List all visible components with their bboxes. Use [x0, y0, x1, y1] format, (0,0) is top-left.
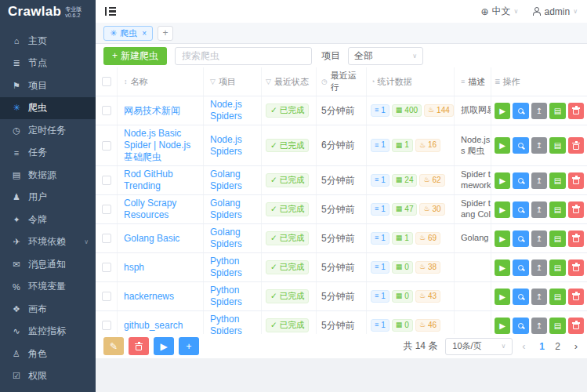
- run-spider-button[interactable]: ▶: [495, 260, 510, 276]
- upload-spider-button[interactable]: ↥: [531, 172, 547, 189]
- sidebar-item-projects[interactable]: ⚑ 项目: [0, 74, 96, 97]
- run-spider-button[interactable]: ▶: [495, 201, 510, 218]
- delete-spider-button[interactable]: [568, 172, 584, 189]
- search-input[interactable]: [175, 47, 312, 65]
- upload-spider-button[interactable]: ↥: [531, 289, 547, 305]
- run-spider-button[interactable]: ▶: [495, 230, 510, 247]
- delete-spider-button[interactable]: [568, 230, 584, 247]
- view-spider-button[interactable]: [513, 289, 528, 305]
- project-link[interactable]: Golang Spiders: [210, 169, 255, 192]
- row-checkbox[interactable]: [102, 106, 111, 115]
- row-checkbox[interactable]: [102, 205, 111, 214]
- view-data-button[interactable]: ▤: [549, 137, 565, 154]
- spider-name-link[interactable]: Rod GitHub Trending: [124, 169, 197, 192]
- spider-name-link[interactable]: hsph: [124, 262, 144, 274]
- column-header-project[interactable]: ▽ 项目: [204, 67, 262, 96]
- delete-spider-button[interactable]: [568, 201, 584, 218]
- sidebar-item-nodes[interactable]: ≣ 节点: [0, 53, 96, 75]
- project-link[interactable]: Python Spiders: [210, 314, 255, 334]
- project-link[interactable]: Python Spiders: [210, 256, 255, 279]
- prev-page-button[interactable]: ‹: [520, 340, 527, 352]
- column-header-stats[interactable]: ◔ 统计数据: [367, 67, 455, 96]
- column-header-check[interactable]: [96, 67, 118, 96]
- new-spider-button[interactable]: + 新建爬虫: [103, 47, 167, 65]
- page-button-1[interactable]: 1: [535, 341, 549, 352]
- row-checkbox[interactable]: [102, 321, 111, 330]
- sidebar-item-schedules[interactable]: ◷ 定时任务: [0, 119, 96, 142]
- sidebar-item-tasks[interactable]: ≡ 任务: [0, 142, 96, 165]
- sidebar-item-spiders[interactable]: ✳ 爬虫: [0, 97, 96, 120]
- view-data-button[interactable]: ▤: [549, 103, 565, 119]
- view-data-button[interactable]: ▤: [549, 289, 565, 305]
- add-tab-button[interactable]: +: [158, 26, 173, 41]
- delete-spider-button[interactable]: [568, 318, 584, 334]
- create-batch-button[interactable]: +: [179, 337, 199, 355]
- row-checkbox[interactable]: [102, 176, 111, 185]
- language-selector[interactable]: ⊕ 中文 ∨: [481, 5, 519, 18]
- sidebar-collapse-icon[interactable]: [105, 7, 116, 16]
- column-header-desc[interactable]: ≡ 描述: [455, 67, 491, 96]
- view-spider-button[interactable]: [513, 172, 528, 189]
- run-spider-button[interactable]: ▶: [495, 318, 510, 334]
- column-header-name[interactable]: ↕ 名称: [118, 67, 204, 96]
- row-checkbox[interactable]: [102, 263, 111, 272]
- sidebar-item-canvas[interactable]: ❖ 画布: [0, 298, 96, 321]
- run-spider-button[interactable]: ▶: [495, 172, 510, 189]
- sidebar-item-tokens[interactable]: ✦ 令牌: [0, 209, 96, 231]
- tab-spiders[interactable]: ✳ 爬虫 ×: [103, 26, 153, 41]
- delete-spider-button[interactable]: [568, 289, 584, 305]
- project-link[interactable]: Node.js Spiders: [210, 134, 255, 158]
- sidebar-item-permissions[interactable]: ☑ 权限: [0, 365, 96, 388]
- view-data-button[interactable]: ▤: [549, 201, 565, 218]
- project-filter-select[interactable]: 全部 ∨: [348, 47, 423, 65]
- view-data-button[interactable]: ▤: [549, 260, 565, 276]
- spider-name-link[interactable]: Colly Scrapy Resources: [124, 198, 197, 221]
- next-page-button[interactable]: ›: [573, 340, 579, 352]
- select-all-checkbox[interactable]: [102, 77, 111, 86]
- user-menu[interactable]: admin ∨: [532, 6, 578, 17]
- view-spider-button[interactable]: [513, 137, 528, 154]
- view-data-button[interactable]: ▤: [549, 230, 565, 247]
- upload-spider-button[interactable]: ↥: [531, 318, 547, 334]
- row-checkbox[interactable]: [102, 234, 111, 243]
- upload-spider-button[interactable]: ↥: [531, 137, 547, 154]
- project-link[interactable]: Node.js Spiders: [210, 99, 255, 122]
- sidebar-item-users[interactable]: ♟ 用户: [0, 187, 96, 209]
- spider-name-link[interactable]: Golang Basic: [124, 233, 179, 245]
- run-spider-button[interactable]: ▶: [495, 289, 510, 305]
- sidebar-item-home[interactable]: ⌂ 主页: [0, 30, 96, 53]
- upload-spider-button[interactable]: ↥: [531, 230, 547, 247]
- view-spider-button[interactable]: [513, 260, 528, 276]
- spider-name-link[interactable]: Node.js Basic Spider | Node.js 基础爬虫: [124, 128, 197, 163]
- run-spider-button[interactable]: ▶: [495, 137, 510, 154]
- project-link[interactable]: Golang Spiders: [210, 198, 255, 221]
- row-checkbox[interactable]: [102, 141, 111, 151]
- project-link[interactable]: Python Spiders: [210, 285, 255, 308]
- sidebar-item-notifications[interactable]: ✉ 消息通知: [0, 253, 96, 276]
- view-spider-button[interactable]: [513, 201, 528, 218]
- upload-spider-button[interactable]: ↥: [531, 260, 547, 276]
- row-checkbox[interactable]: [102, 292, 111, 301]
- edit-batch-button[interactable]: ✎: [103, 337, 124, 355]
- view-data-button[interactable]: ▤: [549, 172, 565, 189]
- column-header-actions[interactable]: ≣ 操作: [491, 67, 587, 96]
- delete-spider-button[interactable]: [568, 260, 584, 276]
- sidebar-item-dependencies[interactable]: ✈ 环境依赖 ∨: [0, 231, 96, 254]
- delete-spider-button[interactable]: [568, 137, 584, 154]
- delete-batch-button[interactable]: [129, 337, 149, 355]
- run-batch-button[interactable]: ▶: [154, 337, 174, 355]
- page-size-select[interactable]: 10条/页 ∨: [445, 338, 513, 355]
- sidebar-item-metrics[interactable]: ∿ 监控指标: [0, 321, 96, 343]
- close-tab-icon[interactable]: ×: [142, 29, 147, 38]
- page-button-2[interactable]: 2: [551, 341, 565, 352]
- column-header-status[interactable]: ▽ 最近状态: [262, 67, 317, 96]
- project-link[interactable]: Golang Spiders: [210, 227, 255, 250]
- delete-spider-button[interactable]: [568, 103, 584, 119]
- view-spider-button[interactable]: [513, 230, 528, 247]
- sidebar-item-roles[interactable]: ♙ 角色: [0, 343, 96, 365]
- run-spider-button[interactable]: ▶: [495, 103, 510, 119]
- column-header-lastrun[interactable]: ◷ 最近运行: [317, 67, 367, 96]
- view-data-button[interactable]: ▤: [549, 318, 565, 334]
- sidebar-item-data-sources[interactable]: ▤ 数据源: [0, 164, 96, 187]
- sidebar-item-environment[interactable]: % 环境变量: [0, 276, 96, 299]
